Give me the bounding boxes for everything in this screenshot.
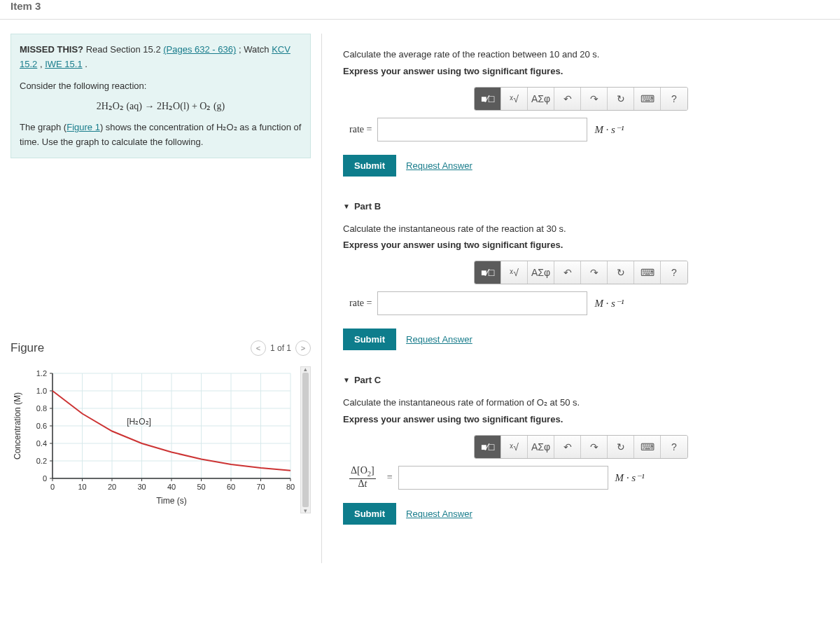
svg-text:10: 10	[78, 483, 86, 491]
concentration-chart: 0102030405060708000.20.40.60.81.01.2[H₂O…	[10, 366, 295, 506]
svg-text:[H₂O₂]: [H₂O₂]	[127, 417, 151, 427]
right-column: Calculate the average rate of the reacti…	[322, 34, 840, 563]
undo-icon[interactable]: ↶	[554, 88, 581, 110]
request-answer-link-a[interactable]: Request Answer	[406, 160, 472, 171]
svg-text:70: 70	[256, 483, 265, 491]
missed-lead: MISSED THIS?	[20, 44, 83, 55]
part-a-label: rate =	[349, 124, 372, 135]
answer-toolbar-a: ■⁄□ ᵡ√ ΑΣφ ↶ ↷ ↻ ⌨ ?	[474, 87, 688, 111]
part-b-title: Part B	[354, 201, 381, 212]
answer-toolbar-c: ■⁄□ ᵡ√ ΑΣφ ↶ ↷ ↻ ⌨ ?	[474, 435, 688, 459]
keyboard-icon[interactable]: ⌨	[634, 261, 661, 284]
part-c-header[interactable]: ▼ Part C	[343, 375, 819, 385]
svg-text:1.0: 1.0	[36, 387, 47, 395]
figure-pager: 1 of 1	[270, 343, 291, 353]
figure-next-button[interactable]: >	[295, 340, 311, 356]
templates-icon[interactable]: ■⁄□	[475, 261, 501, 284]
keyboard-icon[interactable]: ⌨	[634, 436, 661, 458]
submit-button-c[interactable]: Submit	[343, 503, 396, 525]
svg-text:0.4: 0.4	[36, 439, 47, 448]
part-a-input[interactable]	[377, 118, 587, 141]
item-title: Item 3	[0, 0, 840, 19]
part-b-header[interactable]: ▼ Part B	[343, 201, 819, 212]
scroll-down-icon: ▾	[301, 507, 310, 514]
request-answer-link-c[interactable]: Request Answer	[406, 509, 472, 519]
svg-text:0.2: 0.2	[36, 457, 47, 465]
math-symbols-icon[interactable]: ᵡ√	[501, 88, 528, 110]
part-b-label: rate =	[349, 298, 372, 309]
svg-text:80: 80	[286, 483, 295, 491]
redo-icon[interactable]: ↷	[581, 88, 608, 110]
svg-text:Concentration (M): Concentration (M)	[13, 392, 22, 459]
part-c-input[interactable]	[398, 466, 608, 490]
part-c-title: Part C	[354, 375, 381, 385]
keyboard-icon[interactable]: ⌨	[634, 88, 661, 110]
greek-icon[interactable]: ΑΣφ	[528, 88, 554, 110]
reset-icon[interactable]: ↻	[608, 261, 634, 284]
part-c-units: M · s⁻¹	[615, 471, 645, 484]
equals-sign: =	[387, 472, 393, 483]
figure-scrollbar[interactable]: ▴ ▾	[300, 366, 311, 513]
templates-icon[interactable]: ■⁄□	[475, 436, 501, 458]
missed-text-2: ; Watch	[239, 44, 272, 55]
figure-1-link[interactable]: Figure 1	[66, 122, 100, 132]
missed-this-box: MISSED THIS? Read Section 15.2 (Pages 63…	[10, 34, 311, 158]
svg-text:40: 40	[167, 483, 176, 491]
redo-icon[interactable]: ↷	[581, 436, 608, 458]
part-c-section: ▼ Part C Calculate the instantaneous rat…	[343, 375, 819, 525]
reaction-equation: 2H₂O₂ (aq) → 2H₂O(l) + O₂ (g)	[20, 99, 302, 114]
part-b-prompt: Calculate the instantaneous rate of the …	[343, 222, 819, 236]
part-b-units: M · s⁻¹	[594, 297, 624, 310]
svg-text:0.6: 0.6	[36, 422, 47, 430]
help-icon[interactable]: ?	[661, 261, 687, 284]
graph-text-1: The graph (	[20, 122, 66, 132]
figure-title: Figure	[10, 341, 44, 355]
submit-button-b[interactable]: Submit	[343, 329, 396, 350]
caret-down-icon: ▼	[343, 202, 350, 210]
pages-link[interactable]: (Pages 632 - 636)	[163, 44, 236, 55]
undo-icon[interactable]: ↶	[554, 261, 581, 284]
svg-text:60: 60	[227, 483, 235, 491]
greek-icon[interactable]: ΑΣφ	[528, 436, 554, 458]
part-c-instruct: Express your answer using two significan…	[343, 414, 819, 424]
submit-button-a[interactable]: Submit	[343, 155, 396, 177]
svg-text:0: 0	[50, 483, 55, 491]
missed-text-1: Read Section 15.2	[86, 44, 164, 55]
answer-toolbar-b: ■⁄□ ᵡ√ ΑΣφ ↶ ↷ ↻ ⌨ ?	[474, 261, 688, 284]
iwe-link[interactable]: IWE 15.1	[45, 59, 82, 69]
caret-down-icon: ▼	[343, 376, 350, 384]
part-c-prompt: Calculate the instantaneous rate of form…	[343, 396, 819, 410]
help-icon[interactable]: ?	[661, 436, 687, 458]
reset-icon[interactable]: ↻	[608, 88, 634, 110]
svg-text:50: 50	[197, 483, 205, 491]
scroll-thumb[interactable]	[302, 373, 309, 507]
svg-text:20: 20	[108, 483, 116, 491]
figure-prev-button[interactable]: <	[251, 340, 266, 356]
missed-text-4: .	[85, 59, 88, 69]
part-a-instruct: Express your answer using two significan…	[343, 66, 819, 76]
svg-text:30: 30	[137, 483, 146, 491]
part-a-units: M · s⁻¹	[594, 123, 624, 136]
redo-icon[interactable]: ↷	[581, 261, 608, 284]
part-a-prompt: Calculate the average rate of the reacti…	[343, 48, 819, 62]
help-icon[interactable]: ?	[661, 88, 687, 110]
part-b-instruct: Express your answer using two significan…	[343, 240, 819, 250]
svg-text:0.8: 0.8	[36, 404, 47, 413]
part-b-input[interactable]	[377, 291, 587, 315]
reset-icon[interactable]: ↻	[608, 436, 634, 458]
left-column: MISSED THIS? Read Section 15.2 (Pages 63…	[0, 34, 322, 563]
svg-text:1.2: 1.2	[36, 369, 47, 378]
svg-text:0: 0	[43, 474, 47, 483]
svg-text:Time (s): Time (s)	[156, 496, 187, 506]
part-c-label: Δ[O2] Δt	[349, 466, 376, 488]
greek-icon[interactable]: ΑΣφ	[528, 261, 554, 284]
part-b-section: ▼ Part B Calculate the instantaneous rat…	[343, 201, 819, 351]
scroll-up-icon: ▴	[301, 366, 310, 373]
undo-icon[interactable]: ↶	[554, 436, 581, 458]
request-answer-link-b[interactable]: Request Answer	[406, 334, 472, 345]
math-symbols-icon[interactable]: ᵡ√	[501, 436, 528, 458]
math-symbols-icon[interactable]: ᵡ√	[501, 261, 528, 284]
consider-text: Consider the following reaction:	[20, 79, 302, 94]
templates-icon[interactable]: ■⁄□	[475, 88, 501, 110]
part-a-section: Calculate the average rate of the reacti…	[343, 48, 819, 177]
